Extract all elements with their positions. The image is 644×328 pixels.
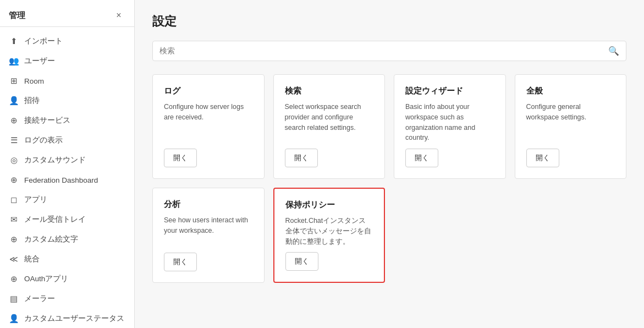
sidebar-item-view-logs[interactable]: ☰ログの表示 bbox=[0, 130, 134, 150]
sidebar-item-label-custom-emoji: カスタム絵文字 bbox=[24, 234, 78, 244]
sidebar-item-label-oauth: OAuthアプリ bbox=[24, 274, 68, 284]
sidebar-close-button[interactable]: × bbox=[112, 9, 125, 22]
card-desc-logs: Configure how server logs are received. bbox=[164, 102, 253, 143]
card-open-btn-analytics[interactable]: 開く bbox=[164, 253, 197, 271]
connection-services-icon: ⊕ bbox=[9, 116, 19, 125]
card-desc-setup-wizard: Basic info about your workspace such as … bbox=[405, 102, 494, 143]
sidebar-item-label-federation-dashboard: Federation Dashboard bbox=[24, 176, 98, 184]
apps-icon: ◻ bbox=[9, 195, 19, 205]
sidebar-item-label-room: Room bbox=[24, 77, 44, 85]
card-setup-wizard: 設定ウィザード Basic info about your workspace … bbox=[394, 74, 506, 179]
search-bar: 🔍 bbox=[152, 41, 626, 61]
page-title: 設定 bbox=[152, 13, 626, 30]
card-analytics: 分析 See how users interact with your work… bbox=[152, 188, 265, 283]
mailer-icon: ▤ bbox=[9, 294, 19, 304]
main-content: 設定 🔍 ログ Configure how server logs are re… bbox=[135, 0, 644, 328]
card-logs: ログ Configure how server logs are receive… bbox=[152, 74, 265, 179]
sidebar-item-label-custom-sounds: カスタムサウンド bbox=[24, 155, 86, 165]
sidebar-item-label-mailer: メーラー bbox=[24, 294, 55, 304]
sidebar-title: 管理 bbox=[9, 10, 25, 21]
sidebar-item-email-inbox[interactable]: ✉メール受信トレイ bbox=[0, 210, 134, 229]
sidebar-item-label-import: インポート bbox=[24, 36, 63, 46]
card-search: 検索 Select workspace search provider and … bbox=[273, 74, 386, 179]
sidebar-item-label-custom-user-status: カスタムユーザーステータス bbox=[24, 314, 124, 324]
sidebar-item-custom-user-status[interactable]: 👤カスタムユーザーステータス bbox=[0, 309, 134, 328]
card-general: 全般 Configure general workspace settings.… bbox=[515, 74, 627, 179]
view-logs-icon: ☰ bbox=[9, 135, 19, 145]
oauth-icon: ⊕ bbox=[9, 274, 19, 284]
sidebar-item-users[interactable]: 👥ユーザー bbox=[0, 51, 134, 71]
sidebar-item-label-apps: アプリ bbox=[24, 195, 47, 205]
sidebar-item-connection-services[interactable]: ⊕接続サービス bbox=[0, 111, 134, 130]
custom-emoji-icon: ⊕ bbox=[9, 234, 19, 244]
card-retention-policy: 保持ポリシー Rocket.Chatインスタンス全体で古いメッセージを自動的に整… bbox=[273, 188, 386, 283]
card-open-btn-setup-wizard[interactable]: 開く bbox=[405, 149, 438, 167]
sidebar-item-label-integration: 統合 bbox=[24, 254, 40, 264]
card-title-logs: ログ bbox=[164, 86, 253, 96]
invite-icon: 👤 bbox=[9, 96, 19, 106]
card-open-btn-general[interactable]: 開く bbox=[526, 149, 559, 167]
sidebar-item-label-users: ユーザー bbox=[24, 56, 55, 66]
card-open-btn-search[interactable]: 開く bbox=[285, 149, 318, 167]
sidebar-item-invite[interactable]: 👤招待 bbox=[0, 91, 134, 111]
sidebar: 管理 × ⬆インポート👥ユーザー⊞Room👤招待⊕接続サービス☰ログの表示◎カス… bbox=[0, 0, 135, 328]
sidebar-item-oauth[interactable]: ⊕OAuthアプリ bbox=[0, 269, 134, 289]
card-desc-general: Configure general workspace settings. bbox=[526, 102, 615, 143]
sidebar-item-room[interactable]: ⊞Room bbox=[0, 71, 134, 91]
search-icon: 🔍 bbox=[608, 46, 619, 56]
email-inbox-icon: ✉ bbox=[9, 215, 19, 225]
cards-row1: ログ Configure how server logs are receive… bbox=[152, 74, 626, 179]
room-icon: ⊞ bbox=[9, 76, 19, 86]
sidebar-item-label-view-logs: ログの表示 bbox=[24, 135, 63, 145]
card-title-search: 検索 bbox=[285, 86, 374, 96]
sidebar-item-label-email-inbox: メール受信トレイ bbox=[24, 215, 86, 225]
sidebar-item-mailer[interactable]: ▤メーラー bbox=[0, 289, 134, 309]
sidebar-item-apps[interactable]: ◻アプリ bbox=[0, 190, 134, 210]
cards-row2: 分析 See how users interact with your work… bbox=[152, 188, 626, 283]
card-title-retention-policy: 保持ポリシー bbox=[285, 200, 373, 210]
integration-icon: ≪ bbox=[9, 254, 19, 264]
custom-sounds-icon: ◎ bbox=[9, 155, 19, 165]
custom-user-status-icon: 👤 bbox=[9, 314, 19, 324]
card-desc-search: Select workspace search provider and con… bbox=[285, 102, 374, 143]
sidebar-header: 管理 × bbox=[0, 0, 134, 27]
sidebar-item-federation-dashboard[interactable]: ⊕Federation Dashboard bbox=[0, 170, 134, 190]
card-title-analytics: 分析 bbox=[164, 199, 253, 210]
card-desc-analytics: See how users interact with your workspa… bbox=[164, 215, 253, 247]
card-open-btn-retention-policy[interactable]: 開く bbox=[285, 252, 318, 271]
sidebar-item-custom-sounds[interactable]: ◎カスタムサウンド bbox=[0, 150, 134, 170]
sidebar-item-label-connection-services: 接続サービス bbox=[24, 116, 70, 125]
users-icon: 👥 bbox=[9, 56, 19, 66]
sidebar-item-import[interactable]: ⬆インポート bbox=[0, 31, 134, 51]
sidebar-item-label-invite: 招待 bbox=[24, 96, 40, 106]
search-input[interactable] bbox=[159, 47, 604, 55]
sidebar-item-custom-emoji[interactable]: ⊕カスタム絵文字 bbox=[0, 229, 134, 249]
card-desc-retention-policy: Rocket.Chatインスタンス全体で古いメッセージを自動的に整理します。 bbox=[285, 216, 373, 247]
sidebar-nav: ⬆インポート👥ユーザー⊞Room👤招待⊕接続サービス☰ログの表示◎カスタムサウン… bbox=[0, 27, 134, 328]
federation-dashboard-icon: ⊕ bbox=[9, 175, 19, 185]
card-title-setup-wizard: 設定ウィザード bbox=[405, 86, 494, 96]
card-open-btn-logs[interactable]: 開く bbox=[164, 149, 197, 167]
import-icon: ⬆ bbox=[9, 36, 19, 46]
sidebar-item-integration[interactable]: ≪統合 bbox=[0, 249, 134, 269]
card-title-general: 全般 bbox=[526, 86, 615, 96]
